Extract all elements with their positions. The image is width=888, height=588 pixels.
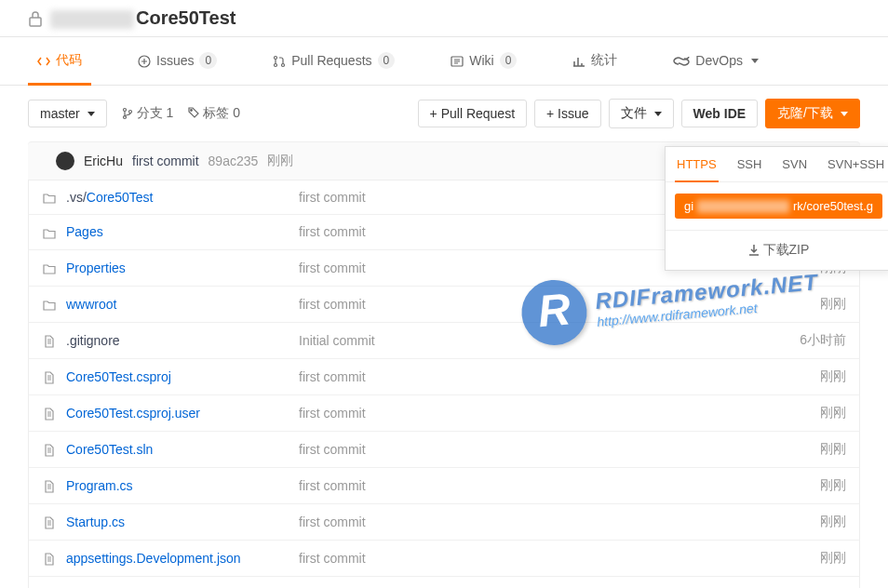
svg-point-3 — [275, 64, 277, 67]
file-commit-message[interactable]: first commit — [299, 478, 753, 493]
file-icon — [42, 477, 57, 492]
clone-tab-svn[interactable]: SVN — [780, 148, 809, 182]
tab-devops[interactable]: DevOps — [664, 39, 768, 85]
branch-selector[interactable]: master — [28, 100, 107, 127]
file-icon — [42, 514, 57, 528]
file-commit-message[interactable]: first commit — [299, 551, 753, 566]
folder-icon — [42, 190, 57, 205]
file-row: Core50Test.csproj.userfirst commit刚刚 — [29, 395, 859, 432]
file-row: Startup.csfirst commit刚刚 — [29, 504, 859, 541]
devops-icon — [673, 53, 690, 68]
download-zip-button[interactable]: 下载ZIP — [666, 230, 888, 270]
svg-rect-0 — [30, 18, 41, 26]
tab-pull-requests[interactable]: Pull Requests 0 — [263, 38, 404, 86]
wiki-count: 0 — [500, 52, 518, 69]
tab-code[interactable]: 代码 — [28, 38, 91, 86]
clone-tab-ssh[interactable]: SSH — [735, 148, 764, 182]
file-time: 刚刚 — [753, 477, 846, 494]
file-time: 刚刚 — [753, 514, 846, 530]
chevron-down-icon — [751, 59, 759, 63]
clone-url-field[interactable]: girk/core50test.g — [675, 194, 882, 219]
file-time: 刚刚 — [753, 550, 846, 567]
download-icon — [748, 242, 760, 257]
repo-toolbar: master 分支 1 标签 0 + Pull Request + Issue … — [0, 86, 888, 141]
file-name[interactable]: Pages — [66, 224, 299, 239]
stats-icon — [572, 53, 585, 68]
clone-download-button[interactable]: 克隆/下载 — [765, 99, 860, 128]
clone-url-redacted — [697, 200, 789, 213]
file-commit-message[interactable]: first commit — [299, 406, 753, 421]
issues-icon — [138, 53, 151, 68]
repo-tabs: 代码 Issues 0 Pull Requests 0 Wiki 0 统计 De… — [0, 37, 888, 86]
commit-hash[interactable]: 89ac235 — [209, 154, 259, 168]
clone-popup: HTTPS SSH SVN SVN+SSH girk/core50test.g … — [665, 146, 888, 271]
tab-issues[interactable]: Issues 0 — [128, 38, 226, 86]
file-commit-message[interactable]: first commit — [299, 297, 753, 312]
new-pull-request-button[interactable]: + Pull Request — [418, 100, 527, 127]
pull-request-icon — [273, 53, 286, 68]
file-row: appsettings.Development.jsonfirst commit… — [29, 541, 859, 577]
file-name[interactable]: .vs/Core50Test — [66, 190, 299, 205]
svg-point-6 — [123, 109, 126, 112]
repo-title: Core50Test — [50, 7, 235, 29]
file-name[interactable]: Core50Test.csproj — [66, 369, 299, 384]
svg-point-9 — [191, 110, 193, 112]
file-name[interactable]: wwwroot — [66, 297, 299, 312]
file-commit-message[interactable]: first commit — [299, 442, 753, 457]
file-icon — [42, 405, 57, 420]
commit-author[interactable]: EricHu — [84, 154, 123, 168]
file-name[interactable]: Core50Test.csproj.user — [66, 406, 299, 421]
commit-message[interactable]: first commit — [132, 154, 199, 168]
chevron-down-icon — [654, 112, 662, 116]
file-row: Core50Test.csprojfirst commit刚刚 — [29, 359, 859, 395]
folder-icon — [42, 296, 57, 311]
tab-stats[interactable]: 统计 — [563, 38, 626, 86]
file-name[interactable]: Program.cs — [66, 478, 299, 493]
file-icon — [42, 550, 57, 565]
file-time: 刚刚 — [753, 441, 846, 458]
lock-icon — [28, 9, 43, 26]
code-icon — [37, 53, 50, 68]
file-commit-message[interactable]: first commit — [299, 369, 753, 384]
file-name[interactable]: appsettings.Development.json — [66, 551, 299, 566]
file-name[interactable]: .gitignore — [66, 333, 299, 348]
chevron-down-icon — [841, 112, 848, 116]
folder-icon — [42, 224, 57, 239]
clone-tab-https[interactable]: HTTPS — [675, 148, 719, 182]
new-issue-button[interactable]: + Issue — [534, 100, 601, 127]
web-ide-button[interactable]: Web IDE — [681, 100, 759, 127]
file-icon — [42, 441, 57, 456]
file-time: 6小时前 — [753, 332, 846, 349]
wiki-icon — [451, 53, 464, 68]
file-commit-message[interactable]: Initial commit — [299, 333, 753, 348]
file-time: 刚刚 — [753, 368, 846, 385]
file-row: wwwrootfirst commit刚刚 — [29, 287, 859, 323]
svg-point-4 — [282, 64, 285, 67]
file-button[interactable]: 文件 — [609, 99, 674, 128]
file-row: appsettings.jsonfirst commit刚刚 — [29, 577, 859, 588]
clone-protocol-tabs: HTTPS SSH SVN SVN+SSH — [666, 147, 888, 182]
tab-wiki[interactable]: Wiki 0 — [441, 38, 526, 86]
file-name[interactable]: Properties — [66, 261, 299, 275]
file-row: Program.csfirst commit刚刚 — [29, 468, 859, 504]
branches-link[interactable]: 分支 1 — [122, 105, 174, 122]
file-name[interactable]: Startup.cs — [66, 514, 299, 529]
pr-count: 0 — [378, 52, 396, 69]
issues-count: 0 — [199, 52, 217, 69]
file-name[interactable]: Core50Test.sln — [66, 442, 299, 457]
folder-icon — [42, 260, 57, 274]
clone-tab-svnssh[interactable]: SVN+SSH — [826, 148, 886, 182]
tags-link[interactable]: 标签 0 — [188, 105, 240, 122]
repo-owner-redacted — [50, 10, 134, 29]
svg-point-2 — [275, 57, 277, 60]
commit-time: 刚刚 — [267, 153, 293, 169]
avatar — [56, 152, 74, 170]
file-row: Core50Test.slnfirst commit刚刚 — [29, 432, 859, 468]
file-row: .gitignoreInitial commit6小时前 — [29, 323, 859, 359]
file-time: 刚刚 — [753, 405, 846, 421]
file-icon — [42, 368, 57, 383]
svg-point-8 — [128, 111, 131, 114]
file-commit-message[interactable]: first commit — [299, 514, 753, 529]
repo-header: Core50Test — [0, 0, 888, 37]
file-time: 刚刚 — [753, 296, 846, 313]
